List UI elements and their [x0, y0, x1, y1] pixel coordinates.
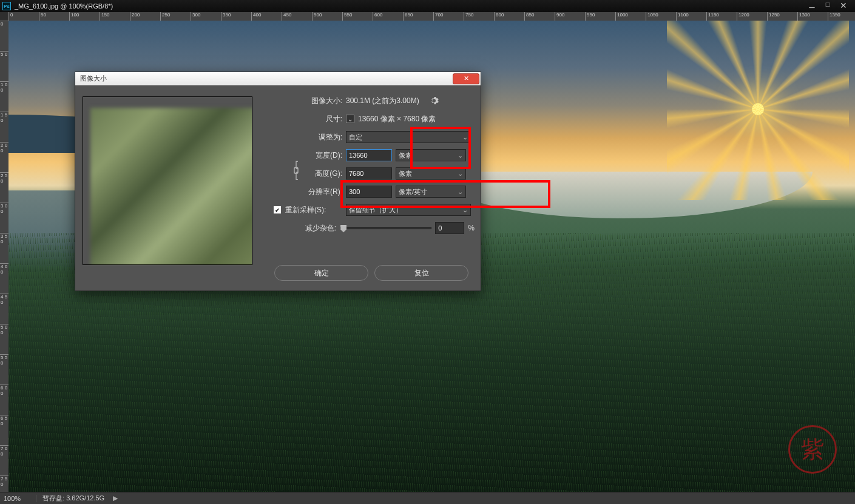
width-label: 宽度(D): — [300, 150, 342, 161]
dimensions-label: 尺寸: — [263, 114, 342, 124]
preview-pane[interactable] — [83, 96, 252, 265]
height-label: 高度(G): — [300, 169, 342, 179]
dialog-title: 图像大小 — [80, 74, 107, 83]
window-minimize-icon[interactable]: _ — [808, 0, 816, 8]
scratch-disk-info[interactable]: 暂存盘: 3.62G/12.5G — [36, 494, 104, 503]
resample-method-select[interactable]: 保留细节（扩大） — [346, 204, 471, 216]
fit-to-label: 调整为: — [263, 132, 342, 143]
height-input[interactable] — [346, 167, 392, 180]
reduce-noise-label: 减少杂色: — [300, 223, 336, 234]
image-size-value: 300.1M (之前为3.00M) — [346, 96, 419, 106]
ok-button[interactable]: 确定 — [274, 265, 368, 281]
window-maximize-icon[interactable]: □ — [823, 1, 832, 12]
status-menu-arrow-icon[interactable]: ▶ — [113, 494, 118, 502]
reset-button[interactable]: 复位 — [374, 265, 468, 281]
vertical-ruler: 05 01 0 01 5 02 0 02 5 03 0 03 5 04 0 04… — [0, 21, 8, 492]
dimensions-value: 13660 像素 × 7680 像素 — [358, 114, 436, 124]
resample-checkbox[interactable]: ✔ — [273, 206, 282, 214]
document-title: _MG_6100.jpg @ 100%(RGB/8*) — [15, 2, 113, 10]
resolution-input[interactable] — [346, 186, 392, 198]
image-size-dialog: 图像大小 ✕ 图像大小: 300.1M (之前为3.00M) 尺寸: ⌄ 136… — [75, 72, 481, 291]
width-input[interactable] — [346, 149, 392, 161]
app-titlebar: Ps _MG_6100.jpg @ 100%(RGB/8*) _ □ ✕ — [0, 0, 855, 12]
gear-icon[interactable] — [429, 96, 439, 106]
dialog-close-button[interactable]: ✕ — [453, 73, 479, 84]
reduce-noise-input[interactable] — [435, 222, 464, 234]
percent-label: % — [468, 224, 475, 232]
watermark-stamp: 紫 — [788, 425, 837, 474]
status-bar: 100% 暂存盘: 3.62G/12.5G ▶ — [0, 492, 855, 504]
horizontal-ruler: 0501001502002503003504004505005506006507… — [8, 12, 855, 21]
resample-label: 重新采样(S): — [285, 205, 342, 215]
dialog-titlebar[interactable]: 图像大小 ✕ — [75, 72, 481, 86]
zoom-level[interactable]: 100% — [0, 495, 36, 502]
resolution-unit-select[interactable]: 像素/英寸 — [396, 186, 466, 198]
resolution-label: 分辨率(R): — [292, 187, 342, 197]
image-size-label: 图像大小: — [263, 96, 342, 106]
width-unit-select[interactable]: 像素 — [396, 149, 466, 161]
dimensions-dropdown-icon[interactable]: ⌄ — [346, 115, 354, 123]
constrain-proportions-icon[interactable] — [291, 160, 301, 181]
app-icon: Ps — [2, 2, 11, 10]
fit-to-select[interactable]: 自定 — [346, 131, 471, 143]
reduce-noise-slider[interactable] — [340, 227, 431, 229]
height-unit-select[interactable]: 像素 — [396, 167, 466, 180]
window-close-icon[interactable]: ✕ — [839, 1, 848, 12]
